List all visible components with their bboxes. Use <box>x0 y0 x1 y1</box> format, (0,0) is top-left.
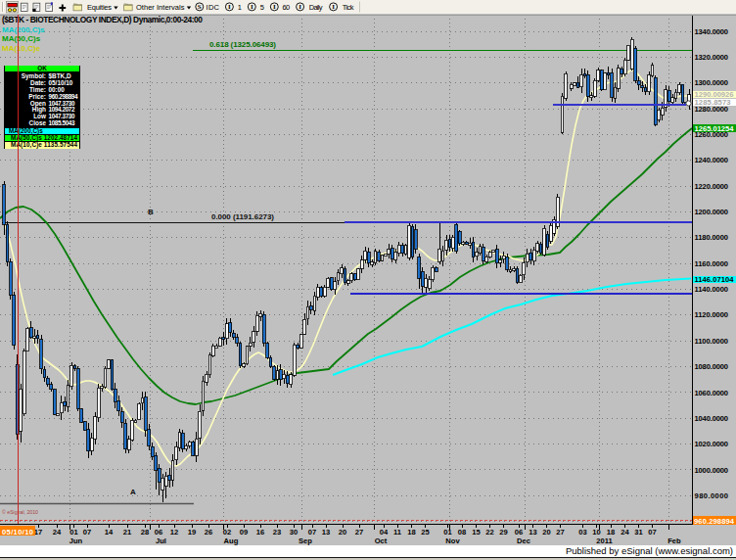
svg-text:1146.07104: 1146.07104 <box>695 275 735 284</box>
svg-text:07: 07 <box>308 528 316 537</box>
svg-text:01: 01 <box>443 528 452 537</box>
svg-text:MA(50,C)s: MA(50,C)s <box>2 34 41 43</box>
svg-text:1200.0000: 1200.0000 <box>695 208 729 216</box>
svg-text:0.618 (1325.06493): 0.618 (1325.06493) <box>209 40 276 49</box>
svg-text:06: 06 <box>515 528 523 537</box>
svg-text:1285.8573: 1285.8573 <box>695 98 731 107</box>
svg-text:10: 10 <box>592 528 600 537</box>
svg-text:16: 16 <box>256 528 264 537</box>
svg-text:960.298894: 960.298894 <box>694 517 735 526</box>
svg-text:1020.0000: 1020.0000 <box>695 440 729 448</box>
svg-text:13: 13 <box>322 528 330 537</box>
svg-text:21: 21 <box>123 528 132 537</box>
svg-text:1000.0000: 1000.0000 <box>695 466 729 475</box>
svg-text:I: I <box>273 3 276 11</box>
svg-text:MA(10,C)e: MA(10,C)e <box>2 44 41 53</box>
svg-text:02: 02 <box>223 528 231 537</box>
svg-text:MA(200,C)s: MA(200,C)s <box>2 25 45 34</box>
svg-text:19: 19 <box>188 528 196 537</box>
svg-text:17: 17 <box>34 528 42 537</box>
svg-text:1: 1 <box>238 3 242 12</box>
svg-text:12: 12 <box>170 528 178 537</box>
svg-text:1040.0000: 1040.0000 <box>695 414 729 423</box>
svg-text:27: 27 <box>556 528 564 537</box>
svg-text:18: 18 <box>407 528 415 537</box>
svg-text:1100.0000: 1100.0000 <box>695 337 729 346</box>
svg-text:60: 60 <box>283 3 291 12</box>
svg-text:1340.0000: 1340.0000 <box>695 27 729 36</box>
svg-text:01: 01 <box>69 528 78 537</box>
svg-text:1140.0000: 1140.0000 <box>695 285 729 294</box>
svg-text:I: I <box>251 3 253 11</box>
svg-text:09: 09 <box>240 528 248 537</box>
svg-text:1265.01254: 1265.01254 <box>695 124 735 133</box>
svg-text:04: 04 <box>380 528 389 537</box>
svg-text:23: 23 <box>273 528 281 537</box>
svg-text:27: 27 <box>355 528 363 537</box>
svg-text:I: I <box>299 3 301 11</box>
svg-text:5: 5 <box>260 3 264 12</box>
svg-text:1060.0000: 1060.0000 <box>695 389 729 397</box>
svg-text:1080.0000: 1080.0000 <box>695 362 729 371</box>
svg-text:31: 31 <box>634 528 643 537</box>
svg-text:05/10/10: 05/10/10 <box>2 528 33 537</box>
svg-text:I: I <box>228 3 231 11</box>
svg-text:24: 24 <box>621 528 629 537</box>
svg-text:MA(10,C)e 1135.57544: MA(10,C)e 1135.57544 <box>11 141 77 149</box>
svg-text:S: S <box>198 3 202 11</box>
svg-text:Equities: Equities <box>87 3 112 12</box>
svg-text:1320.0000: 1320.0000 <box>695 53 729 62</box>
svg-text:1085.5043: 1085.5043 <box>49 119 75 126</box>
svg-text:22: 22 <box>485 528 493 537</box>
svg-text:26: 26 <box>205 528 212 537</box>
svg-text:Close: Close <box>29 119 47 126</box>
svg-text:20: 20 <box>339 528 346 537</box>
svg-text:11: 11 <box>393 528 402 537</box>
svg-text:A: A <box>130 488 136 496</box>
svg-text:13: 13 <box>529 528 536 537</box>
svg-text:1240.0000: 1240.0000 <box>695 156 729 164</box>
svg-text:1120.0000: 1120.0000 <box>695 310 729 319</box>
svg-text:28: 28 <box>141 528 149 537</box>
svg-text:06: 06 <box>155 528 162 537</box>
svg-text:1220.0000: 1220.0000 <box>695 182 729 191</box>
svg-text:OK: OK <box>37 65 47 71</box>
svg-text:Tick: Tick <box>343 3 354 12</box>
svg-text:I: I <box>332 3 335 11</box>
svg-text:30: 30 <box>290 528 298 537</box>
svg-text:1160.0000: 1160.0000 <box>695 259 729 268</box>
svg-text:15: 15 <box>472 528 481 537</box>
svg-text:08: 08 <box>458 528 466 537</box>
svg-text:0.000 (1191.6273): 0.000 (1191.6273) <box>211 212 274 221</box>
svg-text:07: 07 <box>83 528 91 537</box>
svg-text:© eSignal, 2010: © eSignal, 2010 <box>2 509 38 515</box>
svg-text:07: 07 <box>648 528 656 537</box>
svg-text:24: 24 <box>53 528 62 537</box>
svg-text:14: 14 <box>105 528 114 537</box>
svg-text:1180.0000: 1180.0000 <box>695 233 729 242</box>
svg-text:18: 18 <box>607 528 615 537</box>
svg-text:25: 25 <box>421 528 430 537</box>
svg-text:03: 03 <box>578 528 586 537</box>
svg-text:980.0000: 980.0000 <box>695 491 729 500</box>
svg-text:Other Intervals: Other Intervals <box>136 3 185 12</box>
svg-text:IDC: IDC <box>207 3 220 12</box>
svg-text:1300.0000: 1300.0000 <box>695 78 729 87</box>
svg-text:B: B <box>148 208 154 216</box>
svg-text:Daily: Daily <box>309 3 323 12</box>
svg-text:20: 20 <box>542 528 550 537</box>
svg-text:29: 29 <box>499 528 507 537</box>
svg-text:($BTK - BIOTECHNOLOGY INDEX,D): ($BTK - BIOTECHNOLOGY INDEX,D) Dynamic,0… <box>2 15 203 24</box>
